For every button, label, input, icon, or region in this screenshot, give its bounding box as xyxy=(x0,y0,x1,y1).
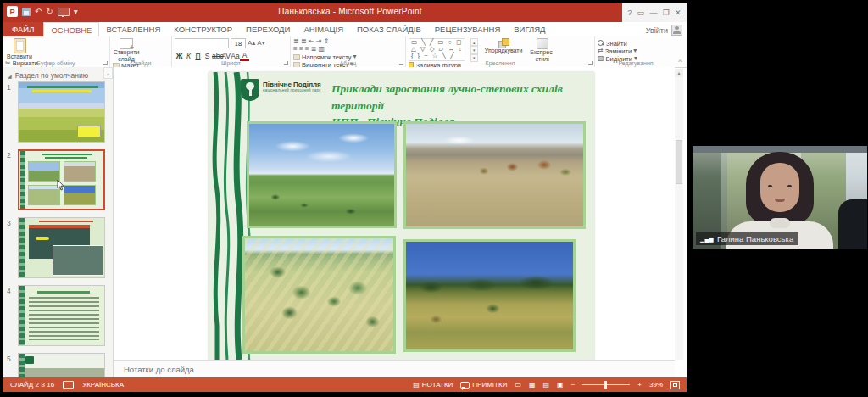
quick-styles-icon xyxy=(537,38,548,49)
thumb4-text-lines xyxy=(29,297,99,340)
slide-photo-dry-steppe[interactable] xyxy=(403,121,586,229)
font-shrink-button[interactable]: A▾ xyxy=(257,40,264,47)
tab-design[interactable]: КОНСТРУКТОР xyxy=(167,22,239,36)
font-dialog-launcher[interactable] xyxy=(284,61,288,65)
mouse-cursor xyxy=(57,180,64,191)
replace-button[interactable]: ⇄Замінити ▾ xyxy=(598,48,672,54)
tab-animations[interactable]: АНІМАЦІЯ xyxy=(297,22,350,36)
slideshow-view-button[interactable]: ▣ xyxy=(557,381,564,389)
bold-button[interactable]: Ж xyxy=(175,52,184,60)
slide-thumbnail-4[interactable] xyxy=(18,285,105,346)
new-slide-button[interactable]: Створити слайд xyxy=(113,38,140,62)
participant-name-tag: ▁▄▆ Галина Паньковська xyxy=(696,232,798,245)
slide-thumbnail-2-selected[interactable] xyxy=(18,149,105,210)
text-direction-button[interactable]: Напрямок тексту ▾ xyxy=(293,53,371,60)
notes-pane[interactable]: Нотатки до слайда xyxy=(114,360,675,378)
shapes-gallery[interactable]: ▭ ╲ ╱ ▭ ○ ◻ △ ▽ ◇ ▱ ↔ ↕ { } ~ ☆ ╲ ╱ xyxy=(409,38,465,61)
window-controls: ? ▭ — ❐ ✕ xyxy=(622,3,687,22)
clipboard-dialog-launcher[interactable] xyxy=(103,61,108,65)
tab-transitions[interactable]: ПЕРЕХОДИ xyxy=(239,22,297,36)
park-logo[interactable]: Північне Поділля національний природний … xyxy=(241,79,321,101)
help-button[interactable]: ? xyxy=(627,8,632,17)
tab-insert[interactable]: ВСТАВЛЕННЯ xyxy=(99,22,167,36)
tab-review[interactable]: РЕЦЕНЗУВАННЯ xyxy=(428,22,508,36)
tab-slideshow[interactable]: ПОКАЗ СЛАЙДІВ xyxy=(350,22,428,36)
title-bar[interactable]: P ↶ ↻ ▾ Паньковська - Microsoft PowerPoi… xyxy=(3,3,687,22)
slide-photo-shrub-slope[interactable] xyxy=(242,236,396,354)
minimize-button[interactable]: — xyxy=(649,8,657,17)
reading-view-button[interactable]: ▤ xyxy=(543,381,550,389)
find-button[interactable]: Знайти xyxy=(598,40,672,47)
underline-button[interactable]: П xyxy=(193,52,203,60)
notes-toggle-button[interactable]: ▤ НОТАТКИ xyxy=(413,381,453,389)
start-slideshow-icon[interactable] xyxy=(58,8,70,16)
status-bar: СЛАЙД 2 З 16 УКРАЇНСЬКА ▤ НОТАТКИ ПРИМІТ… xyxy=(3,377,687,392)
language-indicator[interactable]: УКРАЇНСЬКА xyxy=(82,381,124,389)
slide-thumbnail-3[interactable] xyxy=(18,217,105,278)
replace-dropdown-icon: ▾ xyxy=(633,48,637,54)
panel-scroll-up-button[interactable]: ▴ xyxy=(103,67,113,79)
sign-in-button[interactable]: Увійти xyxy=(646,25,682,36)
thumbnail-number: 4 xyxy=(7,287,11,295)
paste-icon xyxy=(14,38,26,53)
drawing-dialog-launcher[interactable] xyxy=(588,61,593,65)
slide-indicator: СЛАЙД 2 З 16 xyxy=(10,381,54,389)
fit-slide-to-window-button[interactable] xyxy=(670,381,680,389)
zoom-in-button[interactable]: + xyxy=(637,381,642,389)
find-icon xyxy=(598,40,604,47)
vertical-scrollbar[interactable]: ▴ xyxy=(675,69,683,360)
section-header[interactable]: ◢ Раздел по умолчанию xyxy=(8,71,88,80)
thumb1-title-line xyxy=(27,86,98,88)
paste-button[interactable]: Вставити xyxy=(5,38,34,60)
tab-home[interactable]: ОСНОВНЕ xyxy=(43,22,99,36)
zoom-slider[interactable] xyxy=(582,384,630,385)
slide-photo-meadow-sky[interactable] xyxy=(247,121,397,228)
webcam-video-tile[interactable]: ▁▄▆ Галина Паньковська xyxy=(693,146,867,249)
font-size-combobox[interactable]: 18 xyxy=(231,38,246,48)
redo-button[interactable]: ↻ xyxy=(46,7,53,16)
tab-view[interactable]: ВИГЛЯД xyxy=(507,22,552,36)
slide-thumbnail-1[interactable] xyxy=(18,81,105,143)
slide-canvas[interactable]: Північне Поділля національний природний … xyxy=(209,72,594,360)
shapes-scroll-down-button[interactable]: ▾ xyxy=(470,46,478,53)
zoom-slider-thumb[interactable] xyxy=(604,381,607,389)
shapes-row-3[interactable]: { } ~ ☆ ╲ ╱ xyxy=(411,53,463,59)
paragraph-dialog-launcher[interactable] xyxy=(399,61,403,65)
zoom-out-button[interactable]: − xyxy=(571,381,576,389)
collapse-ribbon-button[interactable]: ^ xyxy=(678,58,682,65)
slide-sorter-view-button[interactable]: ▦ xyxy=(529,381,536,389)
comments-toggle-label: ПРИМІТКИ xyxy=(472,381,507,389)
section-collapse-icon[interactable]: ◢ xyxy=(8,73,12,79)
qat-customize-button[interactable]: ▾ xyxy=(74,7,78,16)
change-case-button[interactable]: Aa xyxy=(231,52,240,60)
tab-file[interactable]: ФАЙЛ xyxy=(3,22,43,36)
slide-thumbnail-5[interactable] xyxy=(18,353,105,377)
scroll-up-button[interactable]: ▴ xyxy=(675,69,683,77)
group-paragraph: ≣ ≣ ⇤ ⇥ ⇕ ≡ ≡ ≡ ≣ ▥ Напрямок тексту ▾ Ви… xyxy=(291,36,406,67)
bullets-numbering-icons[interactable]: ≣ ≣ ⇤ ⇥ ⇕ xyxy=(293,38,327,45)
character-spacing-button[interactable]: AV xyxy=(221,52,231,60)
zoom-percent[interactable]: 39% xyxy=(649,381,663,389)
slide-editor-area[interactable]: Північне Поділля національний природний … xyxy=(114,67,675,360)
ribbon-display-button[interactable]: ▭ xyxy=(637,8,645,17)
undo-button[interactable]: ↶ xyxy=(35,7,42,16)
font-grow-button[interactable]: A▴ xyxy=(248,40,255,47)
shapes-scroll-up-button[interactable]: ▴ xyxy=(470,38,478,46)
arrange-button[interactable]: Упорядкувати xyxy=(484,38,523,54)
normal-view-button[interactable]: ▭ xyxy=(515,381,521,389)
keyboard-language-icon[interactable] xyxy=(63,381,74,389)
text-shadow-button[interactable]: S xyxy=(203,52,212,60)
slide-photo-valley[interactable] xyxy=(403,239,576,352)
italic-button[interactable]: К xyxy=(184,52,193,60)
save-icon[interactable] xyxy=(22,8,31,16)
strikethrough-button[interactable]: abc xyxy=(212,52,221,60)
close-button[interactable]: ✕ xyxy=(675,8,682,17)
alignment-icons[interactable]: ≡ ≡ ≡ ≣ ▥ xyxy=(293,46,327,53)
comments-toggle-button[interactable]: ПРИМІТКИ xyxy=(460,381,507,389)
ribbon: Вставити ✂Вирізати Копіювати ▾ 🖌Формат з… xyxy=(3,36,687,68)
scrollbar-thumb[interactable] xyxy=(676,140,682,184)
quick-styles-button[interactable]: Експрес-стилі xyxy=(527,38,558,62)
thumb2-title-line2 xyxy=(45,157,87,159)
font-name-combobox[interactable] xyxy=(175,38,229,48)
restore-button[interactable]: ❐ xyxy=(663,8,670,17)
